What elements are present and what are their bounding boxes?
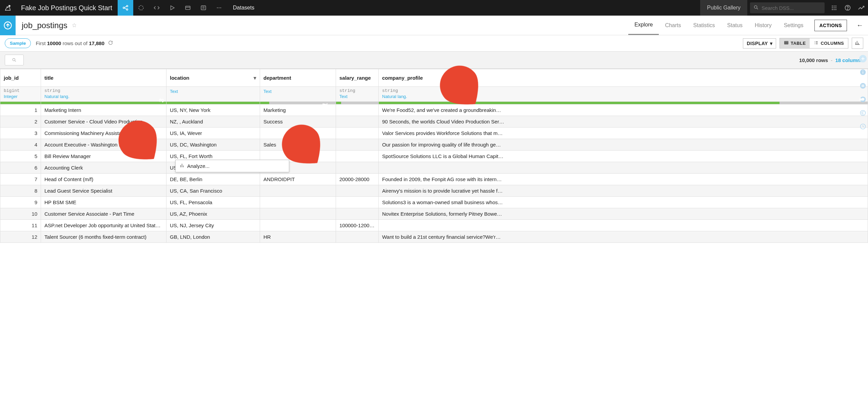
- quick-chart-button[interactable]: [852, 38, 863, 49]
- cell-company-profile[interactable]: 90 Seconds, the worlds Cloud Video Produ…: [379, 116, 868, 128]
- col-header-job-id[interactable]: job_id: [0, 69, 41, 87]
- cell-salary-range[interactable]: [336, 104, 379, 116]
- cell-title[interactable]: Account Executive - Washington DC: [41, 139, 166, 151]
- global-search[interactable]: [750, 2, 825, 13]
- cell-company-profile[interactable]: Solutions3 is a woman-owned small busine…: [379, 197, 868, 208]
- actions-button[interactable]: ACTIONS: [814, 20, 847, 31]
- cell-location[interactable]: US, NJ, Jersey City: [166, 220, 260, 231]
- sample-button[interactable]: Sample: [5, 38, 31, 48]
- app-icon[interactable]: [196, 4, 211, 11]
- cell-department[interactable]: [260, 128, 336, 139]
- cell-location[interactable]: GB, LND, London: [166, 231, 260, 243]
- meaning-link[interactable]: Text: [263, 89, 332, 94]
- cell-salary-range[interactable]: [336, 162, 379, 174]
- column-search-button[interactable]: [5, 55, 24, 65]
- tab-settings[interactable]: Settings: [778, 16, 810, 35]
- cell-department[interactable]: [260, 208, 336, 220]
- view-table-button[interactable]: TABLE: [780, 38, 810, 48]
- tab-statistics[interactable]: Statistics: [687, 16, 721, 35]
- help-icon[interactable]: [841, 4, 854, 11]
- cell-salary-range[interactable]: 20000-28000: [336, 174, 379, 185]
- cell-salary-range[interactable]: [336, 151, 379, 162]
- star-icon[interactable]: [72, 21, 77, 30]
- table-row[interactable]: 10Customer Service Associate - Part Time…: [0, 208, 868, 220]
- table-row[interactable]: 3Commissioning Machinery Assistant (CMA)…: [0, 128, 868, 139]
- cell-location[interactable]: DE, BE, Berlin: [166, 174, 260, 185]
- table-row[interactable]: 4Account Executive - Washington DCUS, DC…: [0, 139, 868, 151]
- nav-circle-icon[interactable]: [133, 4, 149, 11]
- table-row[interactable]: 2Customer Service - Cloud Video Producti…: [0, 116, 868, 128]
- cell-title[interactable]: Customer Service - Cloud Video Productio…: [41, 116, 166, 128]
- rail-add-icon[interactable]: [859, 55, 867, 62]
- cell-title[interactable]: Customer Service Associate - Part Time: [41, 208, 166, 220]
- cell-department[interactable]: ANDROIDPIT: [260, 174, 336, 185]
- cell-salary-range[interactable]: 100000-120000: [336, 220, 379, 231]
- cell-title[interactable]: HP BSM SME: [41, 197, 166, 208]
- cell-department[interactable]: [260, 220, 336, 231]
- table-row[interactable]: 8Lead Guest Service SpecialistUS, CA, Sa…: [0, 185, 868, 197]
- display-dropdown[interactable]: DISPLAY ▾: [743, 38, 776, 48]
- public-gallery-label[interactable]: Public Gallery: [700, 0, 747, 16]
- cell-company-profile[interactable]: Novitex Enterprise Solutions, formerly P…: [379, 208, 868, 220]
- table-row[interactable]: 5Bill Review ManagerUS, FL, Fort WorthSp…: [0, 151, 868, 162]
- cell-location[interactable]: NZ, , Auckland: [166, 116, 260, 128]
- table-row[interactable]: 6Accounting ClerkUS, MD,: [0, 162, 868, 174]
- cell-company-profile[interactable]: [379, 162, 868, 174]
- cell-salary-range[interactable]: [336, 116, 379, 128]
- cell-salary-range[interactable]: [336, 197, 379, 208]
- rail-schema-icon[interactable]: [859, 82, 867, 90]
- table-row[interactable]: 9HP BSM SMEUS, FL, PensacolaSolutions3 i…: [0, 197, 868, 208]
- rail-history-icon[interactable]: [859, 123, 867, 130]
- cell-department[interactable]: HR: [260, 231, 336, 243]
- cell-location[interactable]: US, CA, San Francisco: [166, 185, 260, 197]
- dataiku-logo[interactable]: [0, 0, 16, 16]
- rail-discuss-icon[interactable]: [859, 96, 867, 103]
- project-title[interactable]: Fake Job Postings Quick Start: [16, 0, 118, 16]
- cell-location[interactable]: US, DC, Washington: [166, 139, 260, 151]
- collapse-arrow-icon[interactable]: ←: [852, 21, 868, 29]
- flow-icon[interactable]: [118, 0, 133, 16]
- dashboard-icon[interactable]: [180, 4, 196, 11]
- cell-company-profile[interactable]: Airenvy's mission is to provide lucrativ…: [379, 185, 868, 197]
- apps-grid-icon[interactable]: [827, 5, 841, 11]
- cell-salary-range[interactable]: [336, 208, 379, 220]
- cell-department[interactable]: [260, 185, 336, 197]
- table-row[interactable]: 11ASP.net Developer Job opportunity at U…: [0, 220, 868, 231]
- meaning-link[interactable]: Integer: [4, 94, 37, 99]
- cell-title[interactable]: Bill Review Manager: [41, 151, 166, 162]
- activity-icon[interactable]: [854, 4, 868, 12]
- tab-explore[interactable]: Explore: [628, 16, 659, 35]
- cell-salary-range[interactable]: [336, 128, 379, 139]
- cell-salary-range[interactable]: [336, 185, 379, 197]
- tab-status[interactable]: Status: [721, 16, 749, 35]
- cell-location[interactable]: US, FL, Pensacola: [166, 197, 260, 208]
- play-icon[interactable]: [164, 5, 180, 11]
- cell-salary-range[interactable]: [336, 139, 379, 151]
- cell-company-profile[interactable]: We're Food52, and we've created a ground…: [379, 104, 868, 116]
- cell-company-profile[interactable]: Founded in 2009, the Fonpit AG rose with…: [379, 174, 868, 185]
- meaning-link[interactable]: Natural lang.: [382, 94, 864, 99]
- dataset-type-icon[interactable]: [0, 16, 16, 35]
- table-row[interactable]: 12Talent Sourcer (6 months fixed-term co…: [0, 231, 868, 243]
- col-header-company-profile[interactable]: company_profile: [379, 69, 868, 87]
- table-row[interactable]: 7Head of Content (m/f)DE, BE, BerlinANDR…: [0, 174, 868, 185]
- more-icon[interactable]: [211, 4, 227, 11]
- view-columns-button[interactable]: COLUMNS: [810, 38, 848, 48]
- cell-salary-range[interactable]: [336, 231, 379, 243]
- cell-company-profile[interactable]: Our passion for improving quality of lif…: [379, 139, 868, 151]
- cell-title[interactable]: ASP.net Developer Job opportunity at Uni…: [41, 220, 166, 231]
- cell-title[interactable]: Marketing Intern: [41, 104, 166, 116]
- cell-title[interactable]: Accounting Clerk: [41, 162, 166, 174]
- nav-datasets[interactable]: Datasets: [227, 0, 260, 16]
- global-search-input[interactable]: [762, 5, 821, 11]
- col-header-salary-range[interactable]: salary_range: [336, 69, 379, 87]
- cell-location[interactable]: US, NY, New York: [166, 104, 260, 116]
- meaning-link[interactable]: Text: [339, 94, 375, 99]
- cell-department[interactable]: Marketing: [260, 104, 336, 116]
- col-header-title[interactable]: title: [41, 69, 166, 87]
- cell-company-profile[interactable]: Valor Services provides Workforce Soluti…: [379, 128, 868, 139]
- meaning-link[interactable]: Text: [170, 89, 256, 94]
- refresh-icon[interactable]: [108, 40, 113, 46]
- cell-company-profile[interactable]: Want to build a 21st century financial s…: [379, 231, 868, 243]
- tab-charts[interactable]: Charts: [659, 16, 687, 35]
